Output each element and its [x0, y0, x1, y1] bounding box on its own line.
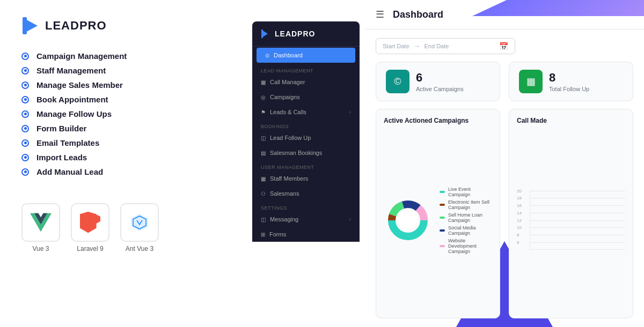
sidebar-nav-forms[interactable]: ⊞Forms: [252, 227, 360, 242]
sidebar-mockup: LEADPRO ⊙DashboardLead Management▦Call M…: [252, 21, 360, 242]
menu-label-manage-sales-member: Manage Sales Member: [36, 80, 123, 90]
bar-chart-grid: [530, 191, 625, 250]
active-campaigns-label: Active Campaigns: [416, 86, 464, 92]
sidebar-section-lead-management: Lead Management: [252, 64, 360, 75]
y-label-16: 16: [517, 203, 522, 208]
y-label-8: 8: [517, 233, 519, 237]
y-label-10: 10: [517, 225, 522, 230]
active-campaigns-icon-box: ©: [386, 70, 409, 93]
sidebar-nav-icon-staff-members: ▦: [261, 176, 266, 182]
total-followup-info: 8 Total Follow Up: [549, 71, 589, 92]
tech-badge-laravel9: Laravel 9: [71, 203, 109, 252]
sidebar-nav-icon-salesman-bookings: ▤: [261, 150, 266, 156]
menu-item-import-leads[interactable]: Import Leads: [21, 153, 231, 162]
sidebar-section-settings: Settings: [252, 201, 360, 212]
stats-row: © 6 Active Campaigns ▦ 8 Total Follow Up: [376, 62, 633, 101]
menu-label-campaign-management: Campaign Management: [36, 51, 127, 61]
menu-bullet: [21, 110, 29, 118]
menu-bullet: [21, 53, 29, 60]
menu-label-form-builder: Form Builder: [36, 124, 86, 133]
legend-dot-brown: [440, 204, 445, 206]
stat-card-active-campaigns: © 6 Active Campaigns: [376, 62, 500, 101]
date-arrow-icon: →: [414, 42, 420, 50]
total-followup-icon-box: ▦: [519, 70, 543, 93]
legend-label-website-dev: Website Development Campaign: [448, 238, 492, 254]
legend-label-live-event: Live Event Campaign: [448, 187, 492, 197]
sidebar-nav-icon-leads-calls: ⚑: [261, 109, 266, 115]
total-followup-label: Total Follow Up: [549, 86, 589, 92]
sidebar-brand-name: LEADPRO: [275, 29, 315, 38]
dashboard-topbar: ☰ Dashboard: [365, 0, 644, 29]
donut-chart-title: Active Actioned Campaigns: [384, 117, 492, 124]
menu-item-manage-sales-member[interactable]: Manage Sales Member: [21, 80, 231, 90]
menu-item-book-appointment[interactable]: Book Appointment: [21, 95, 231, 104]
menu-label-import-leads: Import Leads: [36, 153, 87, 162]
charts-row: Active Actioned Campaigns: [376, 109, 633, 318]
sidebar-nav-icon-campaigns: ◎: [261, 94, 266, 100]
menu-item-manage-follow-ups[interactable]: Manage Follow Ups: [21, 109, 231, 118]
donut-chart-body: Live Event Campaign Electronic Item Sell…: [384, 130, 492, 310]
feature-menu-list: Campaign ManagementStaff ManagementManag…: [21, 51, 231, 182]
menu-bullet: [21, 168, 29, 176]
sidebar-nav-dashboard[interactable]: ⊙Dashboard: [257, 48, 355, 63]
tech-label-ant-vue3: Ant Vue 3: [126, 245, 153, 252]
sidebar-nav-messaging[interactable]: ◫Messaging›: [252, 212, 360, 227]
bar-chart-visual: 20 18 16 14 12 10 8 6: [517, 191, 625, 250]
svg-point-9: [398, 211, 418, 230]
total-followup-number: 8: [549, 71, 589, 85]
menu-item-add-manual-lead[interactable]: Add Manual Lead: [21, 167, 231, 176]
sidebar-nav-campaigns[interactable]: ◎Campaigns: [252, 90, 360, 105]
sidebar-nav-label-call-manager: Call Manager: [270, 79, 305, 85]
calendar-icon[interactable]: 📅: [499, 42, 508, 50]
sidebar-nav-label-staff-members: Staff Members: [270, 175, 308, 182]
dashboard-area: ☰ Dashboard Start Date → End Date 📅 © 6: [365, 0, 644, 327]
legend-item-home-loan: Sell Home Loan Campaign: [440, 212, 492, 223]
sidebar-nav-icon-dashboard: ⊙: [265, 53, 269, 58]
tech-label-laravel9: Laravel 9: [77, 245, 103, 252]
sidebar-nav-staff-members[interactable]: ▦Staff Members: [252, 171, 360, 186]
legend-item-website-dev: Website Development Campaign: [440, 238, 492, 254]
sidebar-nav-label-campaigns: Campaigns: [270, 94, 300, 100]
hamburger-icon[interactable]: ☰: [376, 9, 384, 20]
menu-item-email-templates[interactable]: Email Templates: [21, 138, 231, 147]
sidebar-logo-icon: [261, 29, 270, 39]
date-filter[interactable]: Start Date → End Date 📅: [376, 38, 515, 54]
svg-rect-1: [23, 17, 27, 34]
dashboard-content: Start Date → End Date 📅 © 6 Active Campa…: [365, 29, 644, 327]
menu-bullet: [21, 67, 29, 75]
menu-item-campaign-management[interactable]: Campaign Management: [21, 51, 231, 61]
sidebar-nav-salesman-bookings[interactable]: ▤Salesman Bookings: [252, 145, 360, 160]
donut-legend: Live Event Campaign Electronic Item Sell…: [440, 187, 492, 254]
sidebar-nav-label-leads-calls: Leads & Calls: [270, 109, 306, 115]
svg-rect-3: [261, 29, 263, 38]
active-campaigns-number: 6: [416, 71, 464, 85]
menu-item-form-builder[interactable]: Form Builder: [21, 124, 231, 133]
menu-item-staff-management[interactable]: Staff Management: [21, 66, 231, 75]
stat-card-total-followup: ▦ 8 Total Follow Up: [509, 62, 633, 101]
legend-item-electronic: Electronic Item Sell Campaign: [440, 199, 492, 210]
followup-icon: ▦: [526, 76, 536, 87]
tech-box-laravel9: [71, 203, 109, 242]
donut-chart-card: Active Actioned Campaigns: [376, 109, 500, 318]
menu-label-staff-management: Staff Management: [36, 66, 106, 75]
sidebar-nav-icon-forms: ⊞: [261, 232, 265, 237]
menu-bullet: [21, 139, 29, 147]
menu-label-book-appointment: Book Appointment: [36, 95, 108, 104]
copyright-icon: ©: [394, 76, 401, 87]
sidebar-chevron-leads-calls: ›: [349, 109, 351, 115]
legend-item-live-event: Live Event Campaign: [440, 187, 492, 197]
y-label-14: 14: [517, 211, 522, 215]
tech-label-vue3: Vue 3: [33, 245, 49, 252]
logo-area: LEADPRO: [21, 16, 231, 35]
leadpro-logo-icon: [21, 16, 41, 35]
menu-label-manage-follow-ups: Manage Follow Ups: [36, 109, 112, 118]
sidebar-nav-lead-follow-up[interactable]: ◫Lead Follow Up: [252, 130, 360, 145]
sidebar-nav-call-manager[interactable]: ▦Call Manager: [252, 75, 360, 90]
sidebar-nav-leads-calls[interactable]: ⚑Leads & Calls›: [252, 105, 360, 120]
legend-dot-teal: [440, 191, 445, 193]
menu-label-email-templates: Email Templates: [36, 138, 99, 147]
sidebar-nav-icon-call-manager: ▦: [261, 79, 266, 85]
sidebar-nav-salesmans[interactable]: ⚇Salesmans: [252, 186, 360, 201]
y-label-12: 12: [517, 218, 522, 223]
sidebar-nav-label-messaging: Messaging: [270, 216, 298, 222]
